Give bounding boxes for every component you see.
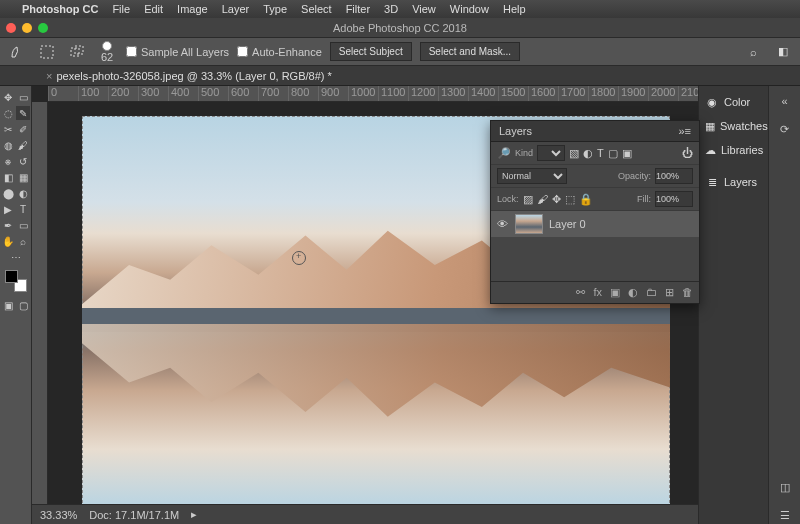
eraser-tool[interactable]: ◧: [1, 170, 15, 184]
status-bar: 33.33% Doc: 17.1M/17.1M ▸: [32, 504, 698, 524]
crop-tool[interactable]: ✂: [1, 122, 15, 136]
libraries-icon: ☁: [705, 143, 716, 157]
sample-all-layers-checkbox[interactable]: Sample All Layers: [126, 46, 229, 58]
link-layers-icon[interactable]: ⚯: [576, 286, 585, 299]
menu-window[interactable]: Window: [450, 3, 489, 15]
auto-enhance-checkbox[interactable]: Auto-Enhance: [237, 46, 322, 58]
menu-layer[interactable]: Layer: [222, 3, 250, 15]
layer-item[interactable]: 👁 Layer 0: [491, 211, 699, 237]
tool-preset-picker[interactable]: [6, 41, 28, 63]
brush-cursor: [292, 251, 306, 265]
layers-panel[interactable]: Layers »≡ 🔎Kind ▧ ◐ T ▢ ▣ ⏻ Normal Opaci…: [490, 120, 700, 304]
layers-panel-button[interactable]: ≣Layers: [699, 170, 768, 194]
lock-image-icon[interactable]: 🖌: [537, 193, 548, 205]
svg-rect-0: [41, 46, 53, 58]
pen-tool[interactable]: ✒: [1, 218, 15, 232]
quick-selection-tool[interactable]: ✎: [16, 106, 30, 120]
new-layer-icon[interactable]: ⊞: [665, 286, 674, 299]
edit-toolbar[interactable]: ⋯: [9, 250, 23, 264]
adjustment-layer-icon[interactable]: ◐: [628, 286, 638, 299]
fill-input[interactable]: [655, 191, 693, 207]
expand-panels-icon[interactable]: «: [776, 92, 794, 110]
dodge-tool[interactable]: ◐: [16, 186, 30, 200]
layer-style-icon[interactable]: fx: [593, 286, 602, 299]
close-tab-icon[interactable]: ×: [46, 70, 52, 82]
history-panel-icon[interactable]: ⟳: [776, 120, 794, 138]
foreground-background-colors[interactable]: [5, 270, 27, 292]
properties-panel-icon[interactable]: ◫: [776, 478, 794, 496]
selection-mode-new[interactable]: [36, 41, 58, 63]
minimize-button[interactable]: [22, 23, 32, 33]
lock-transparent-icon[interactable]: ▨: [523, 193, 533, 206]
libraries-panel-button[interactable]: ☁Libraries: [699, 138, 768, 162]
zoom-tool[interactable]: ⌕: [16, 234, 30, 248]
lock-nested-icon[interactable]: ⬚: [565, 193, 575, 206]
selection-mode-add[interactable]: [66, 41, 88, 63]
doc-info[interactable]: Doc: 17.1M/17.1M: [89, 509, 179, 521]
blend-mode-select[interactable]: Normal: [497, 168, 567, 184]
group-icon[interactable]: 🗀: [646, 286, 657, 299]
brush-picker[interactable]: 62: [96, 41, 118, 63]
menu-edit[interactable]: Edit: [144, 3, 163, 15]
delete-layer-icon[interactable]: 🗑: [682, 286, 693, 299]
filter-adjustment-icon[interactable]: ◐: [583, 147, 593, 160]
panel-menu-icon[interactable]: »≡: [678, 125, 691, 137]
workspace-switcher-icon[interactable]: ◧: [772, 41, 794, 63]
artboard-tool[interactable]: ▭: [16, 90, 30, 104]
opacity-input[interactable]: [655, 168, 693, 184]
gradient-tool[interactable]: ▦: [16, 170, 30, 184]
healing-brush-tool[interactable]: ◍: [1, 138, 15, 152]
menu-help[interactable]: Help: [503, 3, 526, 15]
swatches-panel-button[interactable]: ▦Swatches: [699, 114, 768, 138]
zoom-level[interactable]: 33.33%: [40, 509, 77, 521]
move-tool[interactable]: ✥: [1, 90, 15, 104]
hand-tool[interactable]: ✋: [1, 234, 15, 248]
app-menu[interactable]: Photoshop CC: [22, 3, 98, 15]
menu-filter[interactable]: Filter: [346, 3, 370, 15]
horizontal-ruler[interactable]: 0100200300400500600700800900100011001200…: [48, 86, 698, 102]
menu-view[interactable]: View: [412, 3, 436, 15]
filter-shape-icon[interactable]: ▢: [608, 147, 618, 160]
filter-pixel-icon[interactable]: ▧: [569, 147, 579, 160]
menu-select[interactable]: Select: [301, 3, 332, 15]
filter-toggle-switch[interactable]: ⏻: [682, 147, 693, 159]
lock-position-icon[interactable]: ✥: [552, 193, 561, 206]
layer-name[interactable]: Layer 0: [549, 218, 586, 230]
color-panel-button[interactable]: ◉Color: [699, 90, 768, 114]
history-brush-tool[interactable]: ↺: [16, 154, 30, 168]
eyedropper-tool[interactable]: ✐: [16, 122, 30, 136]
window-title: Adobe Photoshop CC 2018: [333, 22, 467, 34]
brush-tool[interactable]: 🖌: [16, 138, 30, 152]
select-and-mask-button[interactable]: Select and Mask...: [420, 42, 520, 61]
menu-image[interactable]: Image: [177, 3, 208, 15]
vertical-ruler[interactable]: [32, 102, 48, 504]
menu-file[interactable]: File: [112, 3, 130, 15]
select-subject-button[interactable]: Select Subject: [330, 42, 412, 61]
clone-stamp-tool[interactable]: ⎈: [1, 154, 15, 168]
search-icon[interactable]: ⌕: [742, 41, 764, 63]
document-tab[interactable]: ×pexels-photo-326058.jpeg @ 33.3% (Layer…: [40, 70, 338, 82]
layers-icon: ≣: [705, 175, 719, 189]
menu-type[interactable]: Type: [263, 3, 287, 15]
adjustments-panel-icon[interactable]: ☰: [776, 506, 794, 524]
layer-thumbnail[interactable]: [515, 214, 543, 234]
lasso-tool[interactable]: ◌: [1, 106, 15, 120]
layer-filter-kind[interactable]: [537, 145, 565, 161]
rectangle-tool[interactable]: ▭: [16, 218, 30, 232]
lock-all-icon[interactable]: 🔒: [579, 193, 593, 206]
filter-type-icon[interactable]: T: [597, 147, 604, 159]
menu-3d[interactable]: 3D: [384, 3, 398, 15]
filter-smart-icon[interactable]: ▣: [622, 147, 632, 160]
layers-panel-tab[interactable]: Layers »≡: [491, 121, 699, 142]
blur-tool[interactable]: ⬤: [1, 186, 15, 200]
maximize-button[interactable]: [38, 23, 48, 33]
path-selection-tool[interactable]: ▶: [1, 202, 15, 216]
layer-mask-icon[interactable]: ▣: [610, 286, 620, 299]
visibility-toggle-icon[interactable]: 👁: [497, 218, 509, 230]
quick-mask-toggle[interactable]: ▣: [1, 298, 15, 312]
screen-mode-toggle[interactable]: ▢: [16, 298, 30, 312]
type-tool[interactable]: T: [16, 202, 30, 216]
panel-column: ◉Color ▦Swatches ☁Libraries ≣Layers: [698, 86, 768, 524]
close-button[interactable]: [6, 23, 16, 33]
status-menu-chevron-icon[interactable]: ▸: [191, 508, 197, 521]
